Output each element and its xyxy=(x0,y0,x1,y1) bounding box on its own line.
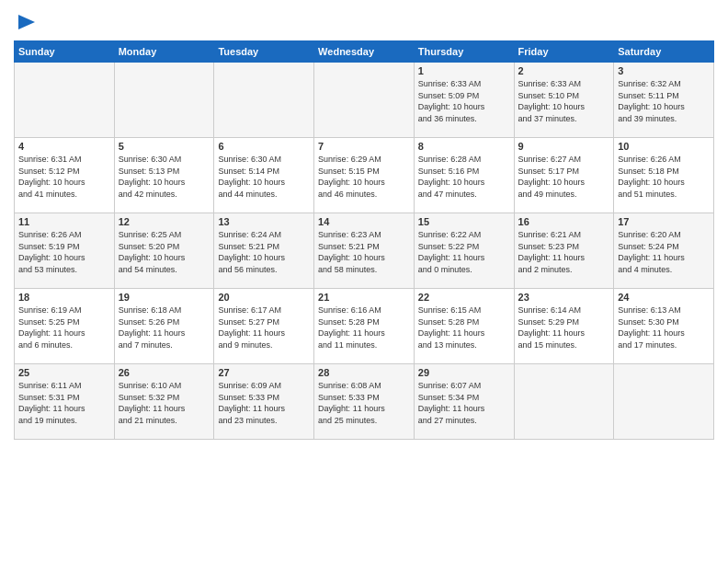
cell-info: Sunrise: 6:16 AM Sunset: 5:28 PM Dayligh… xyxy=(318,304,410,350)
weekday-header-sunday: Sunday xyxy=(15,41,115,63)
calendar-cell xyxy=(614,364,714,440)
calendar-cell: 10Sunrise: 6:26 AM Sunset: 5:18 PM Dayli… xyxy=(614,138,714,213)
cell-info: Sunrise: 6:30 AM Sunset: 5:14 PM Dayligh… xyxy=(218,154,310,200)
cell-info: Sunrise: 6:14 AM Sunset: 5:29 PM Dayligh… xyxy=(518,304,610,350)
day-number: 21 xyxy=(318,292,410,303)
day-number: 29 xyxy=(418,367,510,378)
cell-info: Sunrise: 6:28 AM Sunset: 5:16 PM Dayligh… xyxy=(418,154,510,200)
calendar-cell xyxy=(15,63,115,138)
day-number: 4 xyxy=(18,141,110,152)
header xyxy=(14,9,714,35)
logo xyxy=(14,9,35,35)
logo-arrow-icon xyxy=(18,13,35,31)
weekday-header-row: SundayMondayTuesdayWednesdayThursdayFrid… xyxy=(15,41,714,63)
calendar-cell: 13Sunrise: 6:24 AM Sunset: 5:21 PM Dayli… xyxy=(214,213,314,289)
calendar-cell: 18Sunrise: 6:19 AM Sunset: 5:25 PM Dayli… xyxy=(15,289,115,364)
day-number: 24 xyxy=(618,292,710,303)
cell-info: Sunrise: 6:18 AM Sunset: 5:26 PM Dayligh… xyxy=(119,304,210,350)
day-number: 9 xyxy=(518,141,610,152)
calendar-table: SundayMondayTuesdayWednesdayThursdayFrid… xyxy=(14,40,714,440)
calendar-cell: 7Sunrise: 6:29 AM Sunset: 5:15 PM Daylig… xyxy=(314,138,415,213)
day-number: 7 xyxy=(318,141,410,152)
calendar-cell: 25Sunrise: 6:11 AM Sunset: 5:31 PM Dayli… xyxy=(15,364,115,440)
cell-info: Sunrise: 6:22 AM Sunset: 5:22 PM Dayligh… xyxy=(418,229,510,275)
day-number: 11 xyxy=(18,216,110,227)
cell-info: Sunrise: 6:30 AM Sunset: 5:13 PM Dayligh… xyxy=(119,154,210,200)
cell-info: Sunrise: 6:32 AM Sunset: 5:11 PM Dayligh… xyxy=(618,78,710,124)
calendar-cell: 1Sunrise: 6:33 AM Sunset: 5:09 PM Daylig… xyxy=(414,63,514,138)
weekday-header-saturday: Saturday xyxy=(614,41,714,63)
weekday-header-friday: Friday xyxy=(514,41,614,63)
cell-info: Sunrise: 6:33 AM Sunset: 5:09 PM Dayligh… xyxy=(418,78,510,124)
day-number: 13 xyxy=(218,216,310,227)
calendar-cell: 9Sunrise: 6:27 AM Sunset: 5:17 PM Daylig… xyxy=(514,138,614,213)
calendar-cell: 6Sunrise: 6:30 AM Sunset: 5:14 PM Daylig… xyxy=(214,138,314,213)
cell-info: Sunrise: 6:13 AM Sunset: 5:30 PM Dayligh… xyxy=(618,304,710,350)
calendar-cell: 12Sunrise: 6:25 AM Sunset: 5:20 PM Dayli… xyxy=(114,213,214,289)
calendar-week-0: 1Sunrise: 6:33 AM Sunset: 5:09 PM Daylig… xyxy=(15,63,714,138)
calendar-cell: 17Sunrise: 6:20 AM Sunset: 5:24 PM Dayli… xyxy=(614,213,714,289)
svg-marker-0 xyxy=(18,15,35,29)
calendar-cell xyxy=(114,63,214,138)
calendar-cell: 2Sunrise: 6:33 AM Sunset: 5:10 PM Daylig… xyxy=(514,63,614,138)
day-number: 10 xyxy=(618,141,710,152)
day-number: 6 xyxy=(218,141,310,152)
day-number: 2 xyxy=(518,65,610,76)
day-number: 1 xyxy=(418,65,510,76)
calendar-cell xyxy=(214,63,314,138)
cell-info: Sunrise: 6:31 AM Sunset: 5:12 PM Dayligh… xyxy=(18,154,110,200)
day-number: 27 xyxy=(218,367,310,378)
cell-info: Sunrise: 6:29 AM Sunset: 5:15 PM Dayligh… xyxy=(318,154,410,200)
day-number: 14 xyxy=(318,216,410,227)
cell-info: Sunrise: 6:26 AM Sunset: 5:18 PM Dayligh… xyxy=(618,154,710,200)
cell-info: Sunrise: 6:15 AM Sunset: 5:28 PM Dayligh… xyxy=(418,304,510,350)
calendar-cell: 15Sunrise: 6:22 AM Sunset: 5:22 PM Dayli… xyxy=(414,213,514,289)
calendar-cell: 14Sunrise: 6:23 AM Sunset: 5:21 PM Dayli… xyxy=(314,213,415,289)
cell-info: Sunrise: 6:25 AM Sunset: 5:20 PM Dayligh… xyxy=(119,229,210,275)
calendar-cell: 22Sunrise: 6:15 AM Sunset: 5:28 PM Dayli… xyxy=(414,289,514,364)
calendar-cell: 26Sunrise: 6:10 AM Sunset: 5:32 PM Dayli… xyxy=(114,364,214,440)
cell-info: Sunrise: 6:07 AM Sunset: 5:34 PM Dayligh… xyxy=(418,380,510,426)
day-number: 15 xyxy=(418,216,510,227)
day-number: 26 xyxy=(119,367,210,378)
day-number: 20 xyxy=(218,292,310,303)
calendar-cell: 11Sunrise: 6:26 AM Sunset: 5:19 PM Dayli… xyxy=(15,213,115,289)
day-number: 18 xyxy=(18,292,110,303)
cell-info: Sunrise: 6:27 AM Sunset: 5:17 PM Dayligh… xyxy=(518,154,610,200)
calendar-cell: 28Sunrise: 6:08 AM Sunset: 5:33 PM Dayli… xyxy=(314,364,415,440)
calendar-cell xyxy=(514,364,614,440)
cell-info: Sunrise: 6:11 AM Sunset: 5:31 PM Dayligh… xyxy=(18,380,110,426)
weekday-header-thursday: Thursday xyxy=(414,41,514,63)
cell-info: Sunrise: 6:24 AM Sunset: 5:21 PM Dayligh… xyxy=(218,229,310,275)
cell-info: Sunrise: 6:20 AM Sunset: 5:24 PM Dayligh… xyxy=(618,229,710,275)
calendar-cell: 21Sunrise: 6:16 AM Sunset: 5:28 PM Dayli… xyxy=(314,289,415,364)
weekday-header-monday: Monday xyxy=(114,41,214,63)
day-number: 17 xyxy=(618,216,710,227)
calendar-cell: 23Sunrise: 6:14 AM Sunset: 5:29 PM Dayli… xyxy=(514,289,614,364)
cell-info: Sunrise: 6:08 AM Sunset: 5:33 PM Dayligh… xyxy=(318,380,410,426)
day-number: 23 xyxy=(518,292,610,303)
calendar-cell: 27Sunrise: 6:09 AM Sunset: 5:33 PM Dayli… xyxy=(214,364,314,440)
day-number: 3 xyxy=(618,65,710,76)
cell-info: Sunrise: 6:21 AM Sunset: 5:23 PM Dayligh… xyxy=(518,229,610,275)
calendar-cell: 24Sunrise: 6:13 AM Sunset: 5:30 PM Dayli… xyxy=(614,289,714,364)
calendar-body: 1Sunrise: 6:33 AM Sunset: 5:09 PM Daylig… xyxy=(15,63,714,440)
weekday-header-wednesday: Wednesday xyxy=(314,41,415,63)
day-number: 19 xyxy=(119,292,210,303)
day-number: 28 xyxy=(318,367,410,378)
calendar-cell xyxy=(314,63,415,138)
calendar-week-1: 4Sunrise: 6:31 AM Sunset: 5:12 PM Daylig… xyxy=(15,138,714,213)
calendar-cell: 16Sunrise: 6:21 AM Sunset: 5:23 PM Dayli… xyxy=(514,213,614,289)
cell-info: Sunrise: 6:19 AM Sunset: 5:25 PM Dayligh… xyxy=(18,304,110,350)
calendar-cell: 4Sunrise: 6:31 AM Sunset: 5:12 PM Daylig… xyxy=(15,138,115,213)
day-number: 12 xyxy=(119,216,210,227)
calendar-cell: 5Sunrise: 6:30 AM Sunset: 5:13 PM Daylig… xyxy=(114,138,214,213)
calendar-cell: 29Sunrise: 6:07 AM Sunset: 5:34 PM Dayli… xyxy=(414,364,514,440)
day-number: 5 xyxy=(119,141,210,152)
calendar-week-3: 18Sunrise: 6:19 AM Sunset: 5:25 PM Dayli… xyxy=(15,289,714,364)
cell-info: Sunrise: 6:09 AM Sunset: 5:33 PM Dayligh… xyxy=(218,380,310,426)
cell-info: Sunrise: 6:10 AM Sunset: 5:32 PM Dayligh… xyxy=(119,380,210,426)
weekday-header-tuesday: Tuesday xyxy=(214,41,314,63)
cell-info: Sunrise: 6:26 AM Sunset: 5:19 PM Dayligh… xyxy=(18,229,110,275)
day-number: 8 xyxy=(418,141,510,152)
